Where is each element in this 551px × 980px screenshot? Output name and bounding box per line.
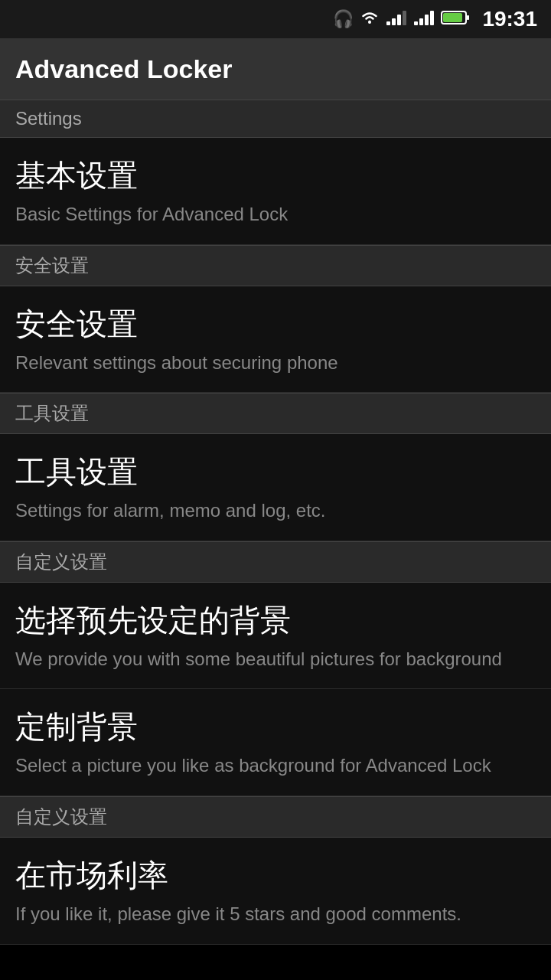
menu-item-subtitle-3-0: We provide you with some beautiful pictu…	[15, 646, 536, 672]
battery-icon	[441, 10, 470, 28]
svg-rect-1	[386, 21, 390, 25]
app-titlebar: Advanced Locker	[0, 38, 551, 100]
svg-rect-4	[403, 11, 406, 25]
menu-item-subtitle-2-0: Settings for alarm, memo and log, etc.	[15, 498, 536, 524]
menu-item-1-0[interactable]: 安全设置Relevant settings about securing pho…	[0, 286, 551, 394]
section-header-text-1: 安全设置	[15, 255, 89, 276]
section-header-text-4: 自定义设置	[15, 806, 107, 827]
menu-item-title-1-0: 安全设置	[15, 303, 536, 345]
menu-item-title-4-0: 在市场利率	[15, 854, 536, 897]
menu-item-0-0[interactable]: 基本设置Basic Settings for Advanced Lock	[0, 138, 551, 245]
menu-item-subtitle-0-0: Basic Settings for Advanced Lock	[15, 201, 536, 227]
svg-point-0	[368, 21, 371, 24]
svg-rect-6	[419, 18, 423, 25]
wifi-icon	[360, 10, 380, 29]
app-title: Advanced Locker	[15, 54, 232, 84]
status-time: 19:31	[482, 7, 537, 31]
svg-rect-3	[397, 15, 401, 25]
svg-rect-5	[414, 21, 418, 25]
section-header-text-3: 自定义设置	[15, 551, 107, 572]
section-header-text-2: 工具设置	[15, 403, 89, 423]
menu-item-2-0[interactable]: 工具设置Settings for alarm, memo and log, et…	[0, 434, 551, 541]
svg-rect-10	[443, 13, 462, 22]
section-header-0: Settings	[0, 100, 551, 138]
signal2-icon	[413, 9, 435, 29]
menu-item-4-0[interactable]: 在市场利率If you like it, please give it 5 st…	[0, 838, 551, 945]
section-header-4: 自定义设置	[0, 796, 551, 838]
section-header-text-0: Settings	[15, 108, 82, 129]
menu-item-title-3-1: 定制背景	[15, 706, 536, 748]
status-bar: 🎧	[0, 0, 551, 38]
menu-item-subtitle-3-1: Select a picture you like as background …	[15, 753, 536, 779]
svg-rect-11	[467, 15, 469, 20]
menu-container: Settings基本设置Basic Settings for Advanced …	[0, 100, 551, 945]
svg-rect-2	[392, 18, 396, 25]
status-icons: 🎧	[333, 7, 537, 31]
signal1-icon	[386, 9, 407, 29]
menu-item-title-0-0: 基本设置	[15, 155, 536, 197]
svg-rect-8	[430, 11, 434, 25]
section-header-1: 安全设置	[0, 245, 551, 286]
menu-item-subtitle-1-0: Relevant settings about securing phone	[15, 350, 536, 376]
menu-item-3-1[interactable]: 定制背景Select a picture you like as backgro…	[0, 689, 551, 796]
menu-item-title-3-0: 选择预先设定的背景	[15, 599, 536, 642]
section-header-3: 自定义设置	[0, 541, 551, 583]
svg-rect-7	[425, 15, 429, 25]
menu-item-title-2-0: 工具设置	[15, 451, 536, 493]
section-header-2: 工具设置	[0, 393, 551, 434]
headphone-icon: 🎧	[333, 9, 354, 29]
menu-item-subtitle-4-0: If you like it, please give it 5 stars a…	[15, 901, 536, 927]
menu-item-3-0[interactable]: 选择预先设定的背景We provide you with some beauti…	[0, 583, 551, 690]
